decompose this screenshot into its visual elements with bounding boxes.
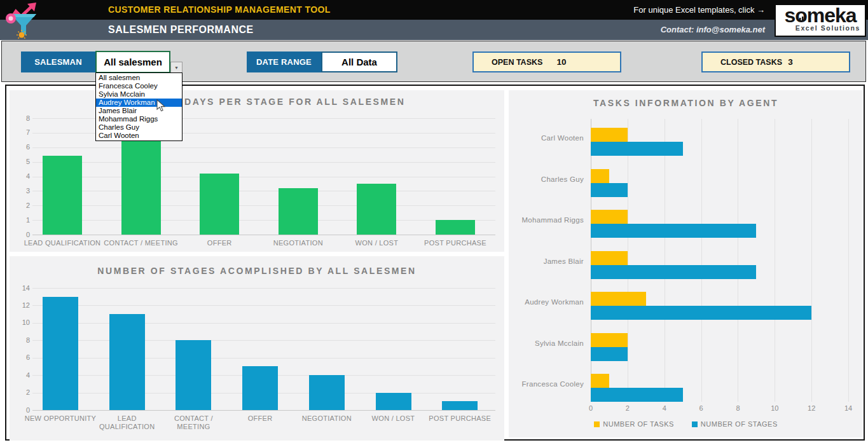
legend-label: NUMBER OF STAGES	[701, 420, 778, 428]
gridline	[32, 191, 495, 191]
date-range-label: DATE RANGE	[247, 51, 321, 72]
bar	[309, 375, 345, 410]
axis-tick-label: 4	[655, 404, 674, 412]
bar	[591, 333, 628, 347]
bar	[436, 220, 475, 235]
axis-tick-label: 0	[11, 231, 30, 238]
salesman-option[interactable]: Carl Wooten	[96, 132, 182, 140]
bar	[591, 183, 628, 197]
gridline	[811, 119, 812, 402]
bar	[109, 314, 145, 410]
someka-logo-word: someka	[776, 6, 865, 25]
bar	[591, 388, 683, 402]
category-label: POST PURCHASE	[420, 414, 500, 423]
bar	[591, 374, 609, 388]
axis-tick-label: 3	[11, 187, 30, 195]
salesman-option[interactable]: Audrey Workman	[96, 99, 182, 107]
bar	[591, 210, 628, 224]
gridline	[848, 119, 849, 402]
axis-tick-label: 8	[11, 114, 30, 122]
gridline	[32, 305, 495, 306]
bar	[591, 169, 609, 183]
axis-tick-label: 4	[11, 172, 30, 180]
gridline	[32, 162, 495, 163]
salesman-option[interactable]: All salesmen	[96, 74, 182, 82]
bar	[591, 306, 811, 320]
gridline	[32, 220, 495, 221]
gridline	[738, 119, 738, 402]
agent-label: Francesca Cooley	[509, 380, 584, 388]
gridline	[32, 323, 495, 324]
gridline	[701, 119, 702, 402]
agent-label: Mohammad Riggs	[509, 216, 584, 224]
chart-title: DAYS PER STAGE FOR ALL SALESMEN	[184, 97, 405, 107]
legend-swatch	[594, 421, 600, 427]
closed-tasks-value: 3	[778, 57, 803, 67]
salesman-option[interactable]: Sylvia Mcclain	[96, 90, 182, 99]
bar	[176, 340, 211, 410]
salesman-dropdown-list: All salesmenFrancesca CooleySylvia Mccla…	[95, 72, 183, 141]
axis-tick-label: 0	[11, 406, 30, 414]
axis-tick-label: 6	[11, 353, 30, 361]
salesman-option[interactable]: James Blair	[96, 107, 182, 115]
axis-tick-label: 10	[765, 404, 784, 412]
chart-stages-accomplished: NUMBER OF STAGES ACOMPLISHED BY ALL SALE…	[10, 256, 504, 441]
contact-text: Contact: info@someka.net	[661, 25, 765, 34]
gridline	[32, 288, 495, 289]
bar	[376, 393, 411, 410]
gridline	[32, 340, 495, 341]
salesman-option[interactable]: Charles Guy	[96, 123, 182, 132]
legend-item: NUMBER OF STAGES	[692, 420, 778, 428]
axis-tick-label: 4	[11, 371, 30, 379]
app-title: CUSTOMER RELATIONSHIP MANAGEMENT TOOL	[108, 4, 331, 15]
chart-days-per-stage: DAYS PER STAGE FOR ALL SALESMEN 01234567…	[10, 90, 504, 252]
axis-tick-label: 1	[11, 216, 30, 224]
bar	[43, 297, 78, 410]
salesman-option[interactable]: Mohammad Riggs	[96, 115, 182, 123]
legend-swatch	[692, 421, 698, 427]
axis-tick-label: 7	[11, 128, 30, 136]
axis-tick-label: 8	[11, 336, 30, 344]
bar	[121, 137, 161, 235]
axis-tick-label: 12	[11, 301, 30, 309]
bar	[279, 188, 318, 235]
legend-item: NUMBER OF TASKS	[594, 420, 674, 428]
agent-label: Charles Guy	[509, 175, 584, 183]
chart-tasks-by-agent: TASKS INFORMATION BY AGENT 02468101214Ca…	[509, 90, 863, 437]
axis-tick-label: 14	[839, 404, 858, 412]
category-label: POST PURCHASE	[409, 239, 502, 247]
chart-title: NUMBER OF STAGES ACOMPLISHED BY ALL SALE…	[10, 266, 504, 276]
bar	[591, 128, 628, 142]
open-tasks-value: 10	[549, 57, 574, 67]
axis-tick-label: 2	[11, 388, 30, 396]
gridline	[32, 410, 495, 411]
salesman-dropdown-button[interactable]: ▼	[170, 62, 183, 73]
open-tasks-box: OPEN TASKS 10	[472, 51, 621, 72]
bar	[357, 184, 396, 235]
promo-link[interactable]: For unique Excel templates, click →	[633, 5, 765, 15]
chart-title: TASKS INFORMATION BY AGENT	[509, 98, 863, 108]
bar	[591, 224, 756, 238]
open-tasks-label: OPEN TASKS	[492, 58, 542, 67]
someka-logo[interactable]: someka Excel Solutions	[775, 4, 866, 37]
gridline	[32, 177, 495, 177]
gridline	[32, 358, 495, 359]
salesman-option[interactable]: Francesca Cooley	[96, 82, 182, 90]
axis-tick-label: 2	[11, 202, 30, 209]
salesman-select[interactable]: All salesmen	[95, 51, 170, 73]
gridline	[32, 205, 495, 206]
agent-label: Carl Wooten	[509, 134, 584, 142]
date-range-select[interactable]: All Data	[321, 51, 397, 72]
closed-tasks-box: CLOSED TASKS 3	[701, 51, 850, 72]
salesman-label: SALESMAN	[21, 51, 95, 72]
axis-tick-label: 8	[728, 404, 747, 412]
gridline	[665, 119, 665, 402]
bar	[242, 366, 278, 410]
axis-tick-label: 5	[11, 158, 30, 165]
agent-label: James Blair	[509, 257, 584, 265]
gridline	[32, 147, 495, 148]
bar	[591, 292, 646, 306]
logo-chart-glyph	[799, 15, 806, 20]
bar	[200, 174, 239, 235]
closed-tasks-label: CLOSED TASKS	[720, 58, 782, 67]
